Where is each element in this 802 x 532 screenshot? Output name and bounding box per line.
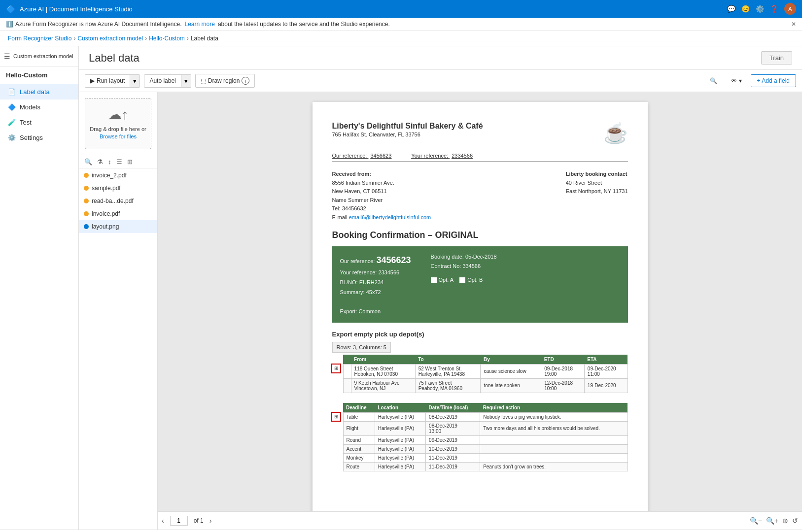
help-icon[interactable]: ❓ xyxy=(770,5,778,13)
table-row: 9 Ketch Harbour AveVincetown, NJ 75 Fawn… xyxy=(343,378,628,393)
table-row: Accent Harleysville (PA) 10-Dec-2019 xyxy=(343,444,628,453)
draw-region-icon: ⬚ xyxy=(201,77,206,84)
doc-company-info: Liberty's Delightful Sinful Bakery & Caf… xyxy=(332,122,483,139)
file-name-active: layout.png xyxy=(92,223,119,230)
prev-page-button[interactable]: ‹ xyxy=(162,517,164,525)
file-search-icon[interactable]: 🔍 xyxy=(83,157,94,166)
breadcrumb-current: Label data xyxy=(191,35,218,42)
breadcrumb-form-recognizer[interactable]: Form Recognizer Studio xyxy=(8,35,71,42)
sidebar-item-models-label: Models xyxy=(20,103,40,111)
sidebar-item-label-data[interactable]: 📄 Label data xyxy=(0,84,78,100)
auto-label-button[interactable]: Auto label xyxy=(144,75,180,87)
table1-container: Rows: 3, Columns: 5 ⊞ xyxy=(332,342,628,393)
doc-footer: ‹ of 1 › 🔍− 🔍+ ⊕ ↺ xyxy=(158,511,802,530)
file-list: invoice_2.pdf sample.pdf read-ba...de.pd… xyxy=(79,169,157,530)
zoom-in-button[interactable]: 🔍+ xyxy=(766,517,778,525)
breadcrumb: Form Recognizer Studio › Custom extracti… xyxy=(0,31,802,46)
content-area: Label data Train ▶ Run layout ▾ Auto lab… xyxy=(79,46,802,530)
page-title: Label data xyxy=(89,52,761,65)
file-list-icon[interactable]: ☰ xyxy=(115,157,124,166)
notif-link[interactable]: Learn more xyxy=(185,21,215,28)
search-button[interactable]: 🔍 xyxy=(705,75,722,87)
user-avatar[interactable]: A xyxy=(784,3,796,15)
top-bar-icons: 💬 😊 ⚙️ ❓ A xyxy=(727,3,796,15)
notif-suffix: about the latest updates to the service … xyxy=(218,21,390,28)
checkbox-a xyxy=(431,277,437,283)
breadcrumb-custom-extraction[interactable]: Custom extraction model xyxy=(77,35,143,42)
rotate-button[interactable]: ↺ xyxy=(792,517,798,525)
upload-zone[interactable]: ☁↑ Drag & drop file here or Browse for f… xyxy=(85,98,151,149)
company-address: 765 Halifax St. Clearwater, FL 33756 xyxy=(332,131,483,139)
notif-text: Azure Form Recognizer is now Azure AI Do… xyxy=(15,21,182,28)
chat-icon[interactable]: 💬 xyxy=(727,5,735,13)
sidebar-header: ☰ Custom extraction model xyxy=(0,46,78,66)
file-grid-icon[interactable]: ⊞ xyxy=(126,157,134,166)
notification-bar: ℹ️ Azure Form Recognizer is now Azure AI… xyxy=(0,18,802,31)
your-ref-val: 2334566 xyxy=(452,153,473,159)
doc-ref-row: Our reference: 3456623 Your reference: 2… xyxy=(332,153,628,162)
email-link[interactable]: email6@libertydelightfulsinful.com xyxy=(349,214,431,220)
tel-row: Tel: 34456632 xyxy=(332,204,431,213)
company-name: Liberty's Delightful Sinful Bakery & Caf… xyxy=(332,122,483,131)
green-box-inner: Our reference: 3456623 Your reference: 2… xyxy=(340,252,620,317)
draw-region-button[interactable]: ⬚ Draw region i xyxy=(195,74,255,88)
sidebar-item-test[interactable]: 🧪 Test xyxy=(0,115,78,130)
our-ref: Our reference: 3456623 xyxy=(332,153,392,159)
sidebar-model-name: Custom extraction model xyxy=(13,53,73,59)
next-page-button[interactable]: › xyxy=(209,517,212,525)
auto-label-group: Auto label ▾ xyxy=(144,74,191,88)
doc-content[interactable]: Liberty's Delightful Sinful Bakery & Caf… xyxy=(158,92,802,511)
table-row: 118 Queen StreetHoboken, NJ 07030 52 Wes… xyxy=(343,364,628,378)
file-status-dot xyxy=(84,173,89,178)
run-layout-button[interactable]: ▶ Run layout xyxy=(85,75,130,87)
run-layout-dropdown[interactable]: ▾ xyxy=(130,75,139,87)
received-label: Received from: xyxy=(332,170,431,179)
auto-label-dropdown[interactable]: ▾ xyxy=(181,75,191,87)
file-name: invoice.pdf xyxy=(92,210,120,217)
run-layout-icon: ▶ xyxy=(90,77,95,84)
view-options-button[interactable]: 👁 ▾ xyxy=(726,75,746,87)
email-row: E-mail email6@libertydelightfulsinful.co… xyxy=(332,213,431,222)
contact-addr: 40 River StreetEast Northport, NY 11731 xyxy=(566,179,628,196)
sidebar-item-settings[interactable]: ⚙️ Settings xyxy=(0,130,78,145)
file-item-invoice2[interactable]: invoice_2.pdf xyxy=(79,169,157,182)
add-field-button[interactable]: + Add a field xyxy=(751,74,796,87)
file-status-dot-active xyxy=(84,224,89,229)
breadcrumb-hello-custom[interactable]: Hello-Custom xyxy=(149,35,185,42)
run-layout-group: ▶ Run layout ▾ xyxy=(85,74,140,88)
emoji-icon[interactable]: 😊 xyxy=(741,5,750,13)
our-ref-label: Our reference: xyxy=(332,153,367,159)
upload-icon: ☁↑ xyxy=(89,106,147,123)
table2-icon-button[interactable]: ⊞ xyxy=(331,412,341,422)
green-box-left: Our reference: 3456623 Your reference: 2… xyxy=(340,252,411,317)
app-title: Azure AI | Document Intelligence Studio xyxy=(20,5,133,13)
file-filter-icon[interactable]: ⚗ xyxy=(96,157,105,166)
page-header: Label data Train xyxy=(79,46,802,70)
upload-text: Drag & drop file here or Browse for file… xyxy=(89,126,147,141)
file-item-invoice[interactable]: invoice.pdf xyxy=(79,207,157,220)
sidebar-toggle[interactable]: ☰ xyxy=(4,52,10,60)
page-input[interactable] xyxy=(170,516,188,526)
file-sort-icon[interactable]: ↕ xyxy=(106,157,113,166)
file-status-dot xyxy=(84,186,89,191)
sidebar-item-settings-label: Settings xyxy=(20,134,43,141)
file-item-readba[interactable]: read-ba...de.pdf xyxy=(79,195,157,207)
zoom-controls: 🔍− 🔍+ ⊕ ↺ xyxy=(750,517,798,525)
file-item-layout[interactable]: layout.png xyxy=(79,220,157,233)
table1-icon-button[interactable]: ⊞ xyxy=(331,364,341,373)
top-bar: 🔷 Azure AI | Document Intelligence Studi… xyxy=(0,0,802,18)
draw-region-info-icon[interactable]: i xyxy=(242,77,249,85)
sidebar-item-models[interactable]: 🔷 Models xyxy=(0,100,78,115)
privacy-footer: Privacy & Cookies © Microsoft 2022 xyxy=(0,530,802,532)
browse-link[interactable]: Browse for files xyxy=(100,133,137,139)
fit-page-button[interactable]: ⊕ xyxy=(782,517,788,525)
your-ref-label: Your reference: xyxy=(411,153,448,159)
notif-close-icon[interactable]: ✕ xyxy=(791,21,796,28)
contact-label: Liberty booking contact xyxy=(566,170,628,179)
settings-sidebar-icon: ⚙️ xyxy=(8,134,16,141)
train-button[interactable]: Train xyxy=(761,51,792,65)
zoom-out-button[interactable]: 🔍− xyxy=(750,517,762,525)
file-name: invoice_2.pdf xyxy=(92,172,127,179)
file-item-sample[interactable]: sample.pdf xyxy=(79,182,157,195)
settings-icon[interactable]: ⚙️ xyxy=(756,5,764,13)
